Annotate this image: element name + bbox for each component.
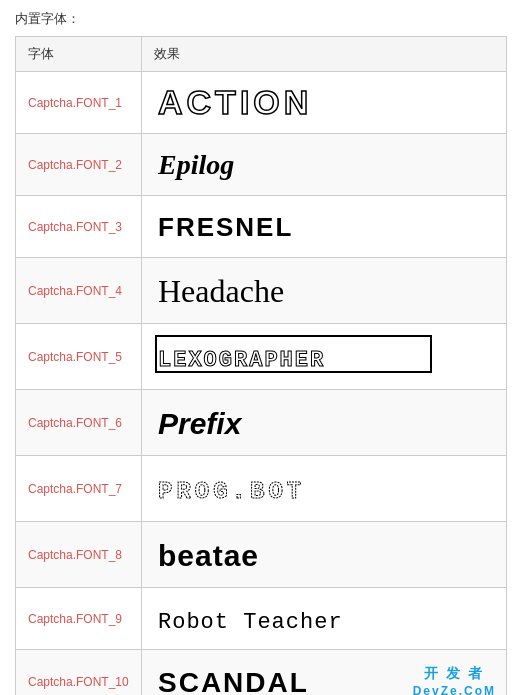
font-key: Captcha.FONT_6	[16, 390, 142, 456]
watermark-line2: DevZe.CoM	[413, 683, 496, 695]
svg-text:PROG.BOT: PROG.BOT	[158, 478, 305, 505]
font-preview: Prefix	[141, 390, 506, 456]
font-table: 字体 效果 Captcha.FONT_1 ACTION Captcha.FONT…	[15, 36, 507, 695]
watermark-line1: 开 发 者	[413, 663, 496, 683]
font-preview-text: LEXOGRAPHER	[154, 366, 434, 381]
font-key: Captcha.FONT_9	[16, 588, 142, 650]
font-preview-text: Prefix	[154, 432, 334, 447]
table-row: Captcha.FONT_2 Epilog	[16, 134, 507, 196]
font-preview: Epilog	[141, 134, 506, 196]
table-row: Captcha.FONT_8 beatae	[16, 522, 507, 588]
font-preview: Headache	[141, 258, 506, 324]
font-key: Captcha.FONT_8	[16, 522, 142, 588]
font-key: Captcha.FONT_3	[16, 196, 142, 258]
table-row: Captcha.FONT_7 PROG.BOT	[16, 456, 507, 522]
svg-text:SCANDAL: SCANDAL	[158, 667, 309, 695]
font-preview: LEXOGRAPHER	[141, 324, 506, 390]
font-preview-text: ACTION	[154, 110, 354, 125]
table-row: Captcha.FONT_9 Robot Teacher	[16, 588, 507, 650]
font-preview: ACTION	[141, 72, 506, 134]
font-preview-text: Robot Teacher	[154, 626, 414, 641]
font-key: Captcha.FONT_7	[16, 456, 142, 522]
font-preview: beatae	[141, 522, 506, 588]
table-row: Captcha.FONT_5 LEXOGRAPHER	[16, 324, 507, 390]
svg-text:Robot Teacher: Robot Teacher	[158, 610, 343, 635]
font-preview: PROG.BOT	[141, 456, 506, 522]
svg-text:beatae: beatae	[158, 539, 259, 572]
svg-text:ACTION: ACTION	[158, 83, 312, 121]
table-row: Captcha.FONT_3 FRESNEL	[16, 196, 507, 258]
col-header-font: 字体	[16, 37, 142, 72]
svg-text:Epilog: Epilog	[157, 149, 234, 180]
font-preview-text: beatae	[154, 564, 384, 579]
svg-text:Prefix: Prefix	[158, 407, 243, 440]
svg-text:LEXOGRAPHER: LEXOGRAPHER	[158, 348, 325, 373]
svg-text:FRESNEL: FRESNEL	[158, 212, 293, 242]
font-preview: FRESNEL	[141, 196, 506, 258]
font-preview: 开 发 者DevZe.CoM SCANDAL	[141, 650, 506, 696]
font-key: Captcha.FONT_4	[16, 258, 142, 324]
font-key: Captcha.FONT_2	[16, 134, 142, 196]
font-key: Captcha.FONT_5	[16, 324, 142, 390]
font-preview-text: PROG.BOT	[154, 498, 404, 513]
font-preview: Robot Teacher	[141, 588, 506, 650]
font-preview-text: Epilog	[154, 172, 304, 187]
table-row: Captcha.FONT_10开 发 者DevZe.CoM SCANDAL	[16, 650, 507, 696]
font-preview-text: Headache	[154, 300, 384, 315]
col-header-effect: 效果	[141, 37, 506, 72]
table-row: Captcha.FONT_6 Prefix	[16, 390, 507, 456]
table-row: Captcha.FONT_4 Headache	[16, 258, 507, 324]
font-preview-text: SCANDAL	[154, 690, 354, 695]
table-row: Captcha.FONT_1 ACTION	[16, 72, 507, 134]
watermark: 开 发 者DevZe.CoM	[413, 663, 496, 695]
font-key: Captcha.FONT_10	[16, 650, 142, 696]
font-preview-text: FRESNEL	[154, 234, 354, 249]
font-key: Captcha.FONT_1	[16, 72, 142, 134]
page-title: 内置字体：	[15, 10, 507, 28]
svg-text:Headache: Headache	[158, 273, 284, 309]
